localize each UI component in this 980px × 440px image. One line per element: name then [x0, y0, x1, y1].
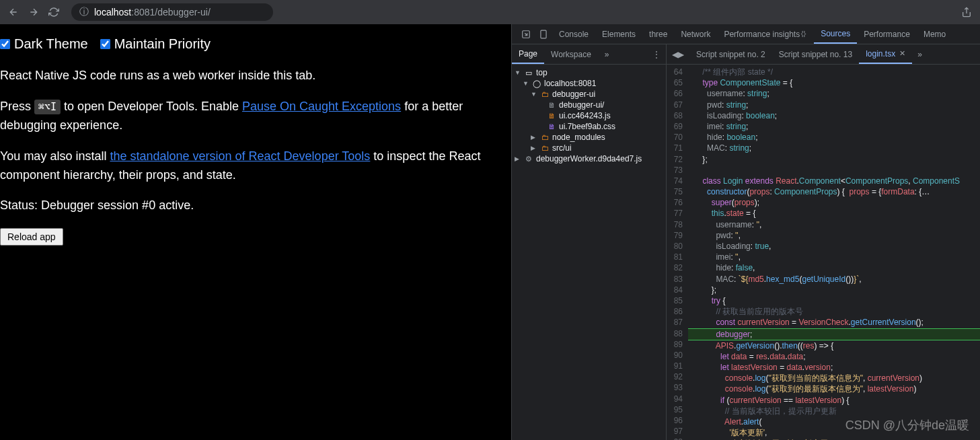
tree-file[interactable]: 🗎ui.cc464243.js	[512, 110, 666, 121]
code-view[interactable]: 6465666768697071727374757677787980818283…	[667, 65, 980, 440]
nav-tab-workspace[interactable]: Workspace	[544, 44, 598, 64]
nav-menu-icon[interactable]: ⋮	[647, 50, 666, 59]
tab-console[interactable]: Console	[552, 24, 595, 44]
info-worker: React Native JS code runs as a web worke…	[0, 67, 511, 85]
file-tree: ▼▭top ▼◯localhost:8081 ▼🗀debugger-ui 🗎de…	[512, 65, 666, 167]
status-text: Status: Debugger session #0 active.	[0, 196, 511, 215]
info-icon: ⓘ	[79, 6, 89, 18]
info-standalone: You may also install the standalone vers…	[0, 147, 511, 185]
info-devtools: Press ⌘⌥I to open Developer Tools. Enabl…	[0, 98, 511, 135]
file-tab-login[interactable]: login.tsx✕	[859, 44, 912, 64]
tab-perf-insights[interactable]: Performance insights	[717, 24, 814, 44]
tab-sources[interactable]: Sources	[814, 24, 857, 44]
nav-tab-more-icon[interactable]: »	[598, 44, 616, 64]
tree-worker[interactable]: ▶⚙debuggerWorker.d9da4ed7.js	[512, 153, 666, 164]
kbd-shortcut: ⌘⌥I	[34, 100, 61, 114]
file-tab-more-icon[interactable]: »	[912, 50, 928, 59]
file-tabs: ◀▶ Script snippet no. 2 Script snippet n…	[667, 44, 980, 65]
pause-exceptions-link[interactable]: Pause On Caught Exceptions	[242, 100, 401, 113]
url-host: localhost	[94, 7, 131, 17]
tab-memory[interactable]: Memo	[917, 24, 952, 44]
browser-toolbar: ⓘ localhost:8081/debugger-ui/	[0, 0, 980, 24]
file-tab-prev-icon[interactable]: ◀▶	[667, 50, 689, 59]
close-icon[interactable]: ✕	[899, 49, 905, 58]
tree-file[interactable]: 🗎ui.7beef9ab.css	[512, 121, 666, 132]
reload-icon[interactable]	[48, 7, 59, 17]
back-icon[interactable]	[8, 7, 19, 17]
file-tab-snippet-13[interactable]: Script snippet no. 13	[772, 44, 859, 64]
share-icon[interactable]	[961, 7, 972, 17]
devtools-tabs: Console Elements three Network Performan…	[512, 24, 980, 44]
standalone-link[interactable]: the standalone version of React Develope…	[110, 149, 370, 163]
maintain-priority-checkbox[interactable]	[100, 39, 110, 49]
url-path: :8081/debugger-ui/	[131, 7, 211, 17]
nav-tab-page[interactable]: Page	[512, 44, 544, 64]
editor: ◀▶ Script snippet no. 2 Script snippet n…	[667, 44, 980, 440]
file-tab-snippet-2[interactable]: Script snippet no. 2	[689, 44, 772, 64]
tree-host[interactable]: ▼◯localhost:8081	[512, 78, 666, 89]
tab-three[interactable]: three	[642, 24, 674, 44]
forward-icon[interactable]	[28, 7, 39, 17]
tab-network[interactable]: Network	[674, 24, 717, 44]
dark-theme-checkbox[interactable]	[0, 39, 10, 49]
dark-theme-option[interactable]: Dark Theme	[0, 34, 88, 54]
tree-top[interactable]: ▼▭top	[512, 67, 666, 78]
tree-folder-debugger-ui[interactable]: ▼🗀debugger-ui	[512, 89, 666, 100]
device-icon[interactable]	[535, 30, 552, 39]
navigator: Page Workspace » ⋮ ▼▭top ▼◯localhost:808…	[512, 44, 667, 440]
tab-performance[interactable]: Performance	[857, 24, 917, 44]
debugger-page: Dark Theme Maintain Priority React Nativ…	[0, 24, 511, 440]
maintain-priority-option[interactable]: Maintain Priority	[100, 34, 211, 54]
line-gutter: 6465666768697071727374757677787980818283…	[667, 65, 688, 440]
devtools-panel: Console Elements three Network Performan…	[511, 24, 980, 440]
code-lines: /** 组件内部 state */ type ComponentState = …	[688, 65, 980, 440]
svg-rect-1	[541, 30, 546, 38]
inspect-icon[interactable]	[517, 30, 535, 39]
tree-file[interactable]: 🗎debugger-ui/	[512, 100, 666, 110]
tab-elements[interactable]: Elements	[595, 24, 642, 44]
tree-folder-node-modules[interactable]: ▶🗀node_modules	[512, 132, 666, 143]
tree-folder-src-ui[interactable]: ▶🗀src/ui	[512, 143, 666, 153]
reload-button[interactable]: Reload app	[0, 228, 63, 246]
address-bar[interactable]: ⓘ localhost:8081/debugger-ui/	[71, 3, 273, 21]
